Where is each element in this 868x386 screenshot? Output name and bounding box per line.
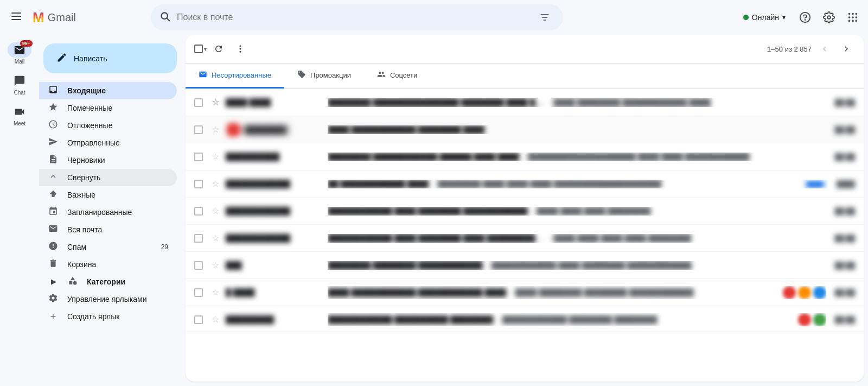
- pagination-text: 1–50 из 2 857: [767, 45, 812, 53]
- sidebar-item-drafts[interactable]: Черновики: [39, 151, 177, 169]
- allmail-label: Вся почта: [67, 225, 168, 234]
- sidebar: Написать Входящие Помеченные Отложенн: [39, 35, 186, 386]
- snoozed-icon: [48, 119, 59, 131]
- row-checkbox[interactable]: [194, 315, 205, 324]
- sidebar-item-important[interactable]: Важные: [39, 186, 177, 204]
- table-row[interactable]: ☆ ████████████ ████████████ ████ ███████…: [186, 198, 864, 225]
- svg-point-16: [856, 20, 858, 22]
- m-logo-icon: M: [33, 9, 44, 26]
- sidebar-item-collapse[interactable]: Свернуть: [39, 169, 177, 186]
- email-time: ██:██: [835, 235, 855, 242]
- rail-item-meet[interactable]: Meet: [0, 101, 39, 130]
- table-row[interactable]: ☆ █████████ ████████████ ██████████ ████…: [186, 306, 864, 333]
- search-bar[interactable]: [151, 4, 563, 30]
- table-row[interactable]: ☆ ████████████ ██ ████████████ ████ - ██…: [186, 170, 864, 198]
- scheduled-label: Запланированные: [67, 208, 168, 217]
- row-checkbox[interactable]: [194, 288, 205, 297]
- promos-tab-icon: [297, 70, 306, 80]
- unsorted-tab-label: Несортированные: [212, 71, 271, 79]
- tab-social[interactable]: Соцсети: [364, 64, 430, 88]
- sidebar-item-create-label[interactable]: + Создать ярлык: [39, 308, 177, 325]
- search-input[interactable]: [177, 12, 528, 22]
- sidebar-item-categories[interactable]: ▶ Категории: [39, 273, 177, 290]
- help-button[interactable]: [794, 7, 816, 28]
- status-chevron-icon: ▾: [782, 14, 786, 21]
- sidebar-item-manage-labels[interactable]: Управление ярлыками: [39, 290, 177, 308]
- status-dot: [743, 15, 749, 20]
- svg-rect-18: [69, 281, 72, 284]
- svg-point-20: [240, 48, 241, 50]
- compose-button[interactable]: Написать: [43, 43, 177, 73]
- table-row[interactable]: ☆ ██████████ ████████ ████████████ █████…: [186, 143, 864, 170]
- next-page-button[interactable]: [838, 40, 855, 58]
- email-time: ██:██: [835, 99, 855, 106]
- svg-point-12: [852, 16, 854, 18]
- row-checkbox[interactable]: [194, 153, 205, 161]
- table-row[interactable]: ☆ ████████████ ████████████ ████ ███████…: [186, 225, 864, 252]
- star-button[interactable]: ☆: [212, 287, 219, 298]
- important-label: Важные: [67, 191, 168, 199]
- sender-name: ████████████: [226, 180, 323, 188]
- sidebar-item-spam[interactable]: Спам 29: [39, 238, 177, 256]
- table-row[interactable]: ☆ ████ ████ ████████ ████████████████ ██…: [186, 89, 864, 116]
- tab-promos[interactable]: Промоакции: [284, 64, 364, 88]
- email-subject: ████ ████████████ ████████ ████: [328, 125, 484, 134]
- star-button[interactable]: ☆: [212, 124, 219, 135]
- collapse-label: Свернуть: [67, 173, 168, 182]
- rail-item-chat[interactable]: Chat: [0, 70, 39, 99]
- row-checkbox[interactable]: [194, 234, 205, 243]
- star-button[interactable]: ☆: [212, 233, 219, 243]
- row-checkbox[interactable]: [194, 207, 205, 216]
- categories-icon: [67, 276, 78, 288]
- hamburger-menu-button[interactable]: [4, 4, 28, 28]
- row-checkbox[interactable]: [194, 261, 205, 270]
- prev-page-button[interactable]: [816, 40, 833, 58]
- star-button[interactable]: ☆: [212, 179, 219, 189]
- row-checkbox[interactable]: [194, 125, 205, 134]
- search-filter-button[interactable]: [535, 8, 554, 27]
- inbox-icon: [48, 85, 59, 97]
- status-label: Онлайн: [752, 13, 779, 22]
- sidebar-item-sent[interactable]: Отправленные: [39, 134, 177, 151]
- sidebar-item-inbox[interactable]: Входящие: [39, 82, 177, 99]
- svg-point-17: [73, 281, 77, 285]
- tab-unsorted[interactable]: Несортированные: [186, 64, 284, 88]
- select-all-checkbox[interactable]: ▾: [194, 45, 207, 53]
- rail-item-mail[interactable]: 99+ Mail: [0, 39, 39, 68]
- checkbox-dropdown-icon[interactable]: ▾: [204, 46, 207, 52]
- apps-button[interactable]: [842, 7, 864, 28]
- row-checkbox[interactable]: [194, 180, 205, 188]
- star-button[interactable]: ☆: [212, 260, 219, 270]
- star-button[interactable]: ☆: [212, 97, 219, 107]
- svg-point-15: [852, 20, 854, 22]
- sidebar-item-snoozed[interactable]: Отложенные: [39, 117, 177, 134]
- email-content: ████ ████████████ ████████ ████: [328, 125, 826, 134]
- drafts-icon: [48, 154, 59, 166]
- star-icon: [48, 102, 59, 114]
- email-time: ██:██: [835, 289, 855, 296]
- email-time: ██:██: [835, 262, 855, 269]
- star-button[interactable]: ☆: [212, 314, 219, 325]
- table-row[interactable]: ☆ ███ ████████ ████████ ████████████ - █…: [186, 252, 864, 279]
- email-subject: ████████ ████████████ ██████ ████ ████: [328, 153, 519, 161]
- status-indicator[interactable]: Онлайн ▾: [737, 10, 792, 25]
- email-content: ████████████ ████ ████████ ████████████ …: [328, 207, 826, 216]
- sidebar-item-allmail[interactable]: Вся почта: [39, 221, 177, 238]
- row-checkbox[interactable]: [194, 98, 205, 107]
- email-area: ▾ 1–50 из 2 857: [186, 35, 864, 382]
- refresh-button[interactable]: [209, 39, 228, 59]
- sidebar-item-starred[interactable]: Помеченные: [39, 99, 177, 117]
- table-row[interactable]: ☆ █ ████ ████ ████████████ ████████████ …: [186, 279, 864, 306]
- more-options-button[interactable]: [231, 39, 250, 59]
- email-tag: ████: [802, 180, 828, 188]
- sidebar-item-trash[interactable]: Корзина: [39, 256, 177, 273]
- email-snippet: - ████ ████ ████ ████ ████████: [549, 234, 826, 243]
- settings-button[interactable]: [818, 7, 840, 28]
- email-time: ██:██: [835, 207, 855, 215]
- star-button[interactable]: ☆: [212, 151, 219, 162]
- table-row[interactable]: ☆ ████████ ████ ████████████ ████████ ██…: [186, 116, 864, 143]
- sidebar-item-scheduled[interactable]: Запланированные: [39, 204, 177, 221]
- spam-count: 29: [161, 243, 168, 251]
- star-button[interactable]: ☆: [212, 206, 219, 216]
- collapse-icon: [48, 172, 59, 183]
